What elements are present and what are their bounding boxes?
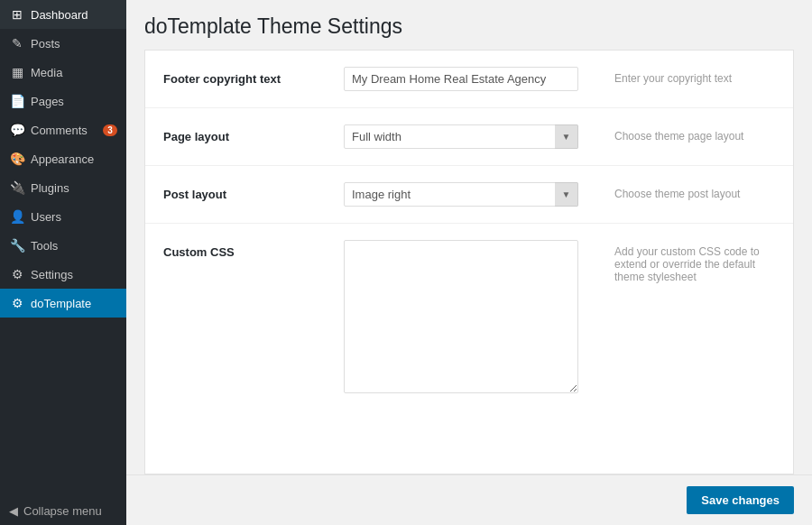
sidebar-item-label: Media [31, 66, 117, 79]
tools-icon: 🔧 [9, 238, 25, 253]
footer-copyright-control [344, 67, 578, 91]
footer-copyright-label: Footer copyright text [163, 67, 326, 86]
sidebar-item-label: Settings [31, 268, 117, 281]
pages-icon: 📄 [9, 94, 25, 108]
page-layout-select[interactable]: Full width Boxed Wide [344, 124, 578, 149]
post-layout-row: Post layout Image right Image left No im… [145, 166, 793, 224]
footer-copyright-row: Footer copyright text Enter your copyrig… [145, 51, 793, 108]
sidebar-item-label: Appearance [31, 152, 117, 166]
collapse-menu[interactable]: ◀ Collapse menu [0, 497, 126, 525]
dotemplate-icon: ⚙ [9, 296, 25, 310]
sidebar-item-media[interactable]: ▦ Media [0, 58, 126, 87]
custom-css-row: Custom CSS Add your custom CSS code to e… [145, 224, 793, 412]
page-header: doTemplate Theme Settings [126, 0, 812, 50]
sidebar-item-label: Users [31, 210, 117, 224]
sidebar-item-dotemplate[interactable]: ⚙ doTemplate [0, 289, 126, 318]
users-icon: 👤 [9, 209, 25, 224]
page-layout-control: Full width Boxed Wide ▼ [344, 124, 578, 149]
sidebar-item-label: Comments [31, 124, 97, 137]
sidebar-item-label: Plugins [31, 181, 117, 195]
page-layout-row: Page layout Full width Boxed Wide ▼ Choo… [145, 108, 793, 166]
plugins-icon: 🔌 [9, 180, 25, 195]
collapse-icon: ◀ [9, 504, 18, 518]
page-layout-label: Page layout [163, 124, 326, 143]
comments-icon: 💬 [9, 123, 25, 137]
post-layout-select-wrapper: Image right Image left No image ▼ [344, 182, 578, 207]
media-icon: ▦ [9, 65, 25, 79]
page-layout-select-wrapper: Full width Boxed Wide ▼ [344, 124, 578, 149]
footer-copyright-hint: Enter your copyright text [596, 67, 775, 85]
save-button[interactable]: Save changes [687, 486, 794, 514]
sidebar-item-appearance[interactable]: 🎨 Appearance [0, 144, 126, 173]
custom-css-control [344, 240, 578, 396]
sidebar-item-dashboard[interactable]: ⊞ Dashboard [0, 0, 126, 29]
settings-form: Footer copyright text Enter your copyrig… [144, 50, 794, 474]
comments-badge: 3 [103, 124, 117, 136]
custom-css-textarea[interactable] [344, 240, 578, 393]
post-layout-hint: Choose theme post layout [596, 182, 775, 200]
sidebar: ⊞ Dashboard ✎ Posts ▦ Media 📄 Pages 💬 Co… [0, 0, 126, 525]
sidebar-item-label: Tools [31, 239, 117, 253]
page-title: doTemplate Theme Settings [144, 14, 794, 39]
appearance-icon: 🎨 [9, 152, 25, 166]
sidebar-item-label: Posts [31, 37, 117, 51]
footer-copyright-input[interactable] [344, 67, 578, 91]
sidebar-item-comments[interactable]: 💬 Comments 3 [0, 115, 126, 144]
posts-icon: ✎ [9, 36, 25, 51]
page-layout-hint: Choose theme page layout [596, 124, 775, 143]
sidebar-item-plugins[interactable]: 🔌 Plugins [0, 173, 126, 202]
custom-css-hint: Add your custom CSS code to extend or ov… [596, 240, 775, 283]
page-footer: Save changes [126, 474, 812, 525]
sidebar-item-label: doTemplate [31, 297, 117, 310]
sidebar-item-label: Pages [31, 95, 117, 108]
settings-icon: ⚙ [9, 267, 25, 281]
custom-css-label: Custom CSS [163, 240, 326, 259]
sidebar-item-users[interactable]: 👤 Users [0, 202, 126, 231]
sidebar-item-pages[interactable]: 📄 Pages [0, 87, 126, 115]
sidebar-item-settings[interactable]: ⚙ Settings [0, 260, 126, 289]
post-layout-select[interactable]: Image right Image left No image [344, 182, 578, 207]
dashboard-icon: ⊞ [9, 7, 25, 22]
sidebar-item-label: Dashboard [31, 8, 117, 22]
post-layout-control: Image right Image left No image ▼ [344, 182, 578, 207]
sidebar-item-posts[interactable]: ✎ Posts [0, 29, 126, 58]
main-content: doTemplate Theme Settings Footer copyrig… [126, 0, 812, 525]
collapse-label: Collapse menu [23, 504, 102, 518]
post-layout-label: Post layout [163, 182, 326, 201]
sidebar-item-tools[interactable]: 🔧 Tools [0, 231, 126, 260]
